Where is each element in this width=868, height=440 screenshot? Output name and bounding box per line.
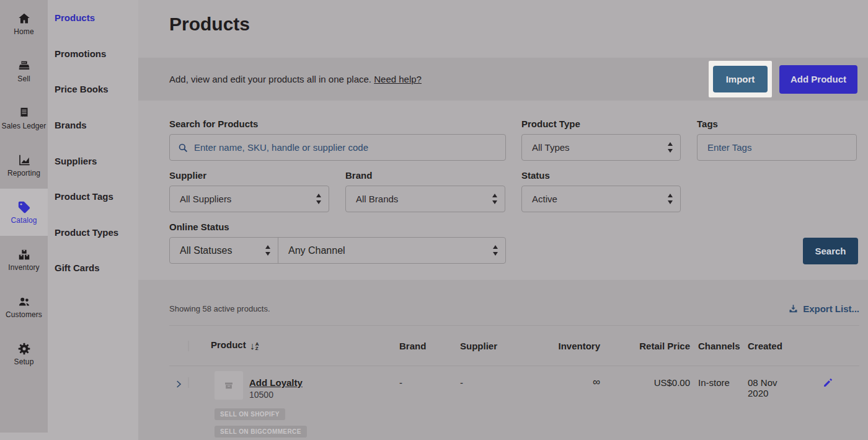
product-sku: 10500 [249, 390, 303, 400]
product-summary: Add Loyalty 10500 [211, 371, 399, 400]
tags-label: Tags [697, 119, 718, 129]
sidebar-item-gift-cards[interactable]: Gift Cards [48, 250, 138, 286]
infinity-value: ∞ [593, 376, 600, 388]
supplier-value: All Suppliers [180, 194, 231, 204]
import-button[interactable]: Import [713, 66, 768, 92]
table-row: Add Loyalty 10500 SELL ON SHOPIFY SELL O… [169, 366, 859, 438]
select-all-cell [188, 341, 211, 351]
product-cell: Add Loyalty 10500 SELL ON SHOPIFY SELL O… [211, 366, 399, 438]
brand-select[interactable]: All Brands [345, 186, 505, 212]
nav-item-home[interactable]: Home [0, 0, 48, 47]
page-header: Products [138, 0, 868, 58]
search-input[interactable] [194, 142, 498, 153]
status-select[interactable]: Active [521, 186, 681, 212]
brand-label: Brand [345, 170, 372, 181]
online-status-select[interactable]: All Statuses [170, 238, 278, 263]
channel-select[interactable]: Any Channel [278, 238, 505, 263]
channel-badge: SELL ON SHOPIFY [215, 408, 285, 420]
intro-banner: Add, view and edit your products all in … [138, 58, 868, 101]
product-search-field [169, 134, 506, 161]
page-title: Products [169, 14, 868, 35]
need-help-link[interactable]: Need help? [374, 74, 422, 84]
catalog-submenu: Products Promotions Price Books Brands S… [48, 0, 138, 440]
banner-description: Add, view and edit your products all in … [169, 74, 422, 84]
inventory-cell: ∞ [557, 366, 600, 438]
product-name-link[interactable]: Add Loyalty [249, 377, 303, 388]
sidebar-item-label: Gift Cards [55, 263, 100, 273]
catalog-tag-icon [17, 200, 31, 214]
nav-item-label: Home [14, 27, 33, 36]
created-cell: 08 Nov 2020 [748, 366, 797, 438]
nav-item-label: Inventory [8, 263, 39, 272]
column-header-product[interactable]: Product↓AZ [211, 339, 399, 352]
sidebar-item-label: Product Types [55, 227, 118, 238]
supplier-select[interactable]: All Suppliers [169, 186, 329, 212]
tags-input[interactable] [707, 142, 846, 153]
sidebar-item-promotions[interactable]: Promotions [48, 36, 138, 72]
retail-price-cell: US$0.00 [600, 366, 690, 438]
setup-gear-icon [17, 342, 31, 356]
sidebar-item-product-tags[interactable]: Product Tags [48, 179, 138, 215]
home-icon [17, 12, 31, 25]
nav-item-customers[interactable]: Customers [0, 283, 48, 330]
nav-item-catalog[interactable]: Catalog [0, 189, 48, 236]
column-header-brand: Brand [399, 341, 460, 351]
column-header-label: Product [211, 339, 246, 350]
row-checkbox[interactable] [188, 377, 189, 388]
product-thumbnail [215, 371, 243, 400]
reporting-icon [17, 153, 31, 167]
sidebar-item-label: Suppliers [55, 156, 97, 166]
table-header-row: Product↓AZ Brand Supplier Inventory Reta… [169, 326, 859, 366]
sidebar-item-label: Promotions [55, 48, 106, 59]
nav-item-sales-ledger[interactable]: Sales Ledger [0, 94, 48, 141]
sidebar-item-products[interactable]: Products [48, 0, 138, 36]
search-label: Search for Products [169, 119, 258, 129]
list-toolbar: Showing 58 active products. Export List.… [169, 303, 859, 314]
sidebar-item-label: Products [55, 12, 95, 23]
channel-value: Any Channel [288, 245, 345, 256]
brand-value: All Brands [356, 194, 398, 204]
nav-item-label: Catalog [11, 216, 37, 225]
online-status-value: All Statuses [180, 245, 232, 256]
customers-icon [17, 295, 31, 308]
chevron-right-icon [174, 379, 184, 389]
sidebar-item-product-types[interactable]: Product Types [48, 215, 138, 251]
spinner-arrows-icon [668, 142, 673, 153]
actions-cell [797, 366, 858, 438]
search-button[interactable]: Search [803, 238, 858, 264]
spinner-arrows-icon [668, 194, 673, 204]
product-type-select[interactable]: All Types [521, 134, 681, 161]
edit-pencil-icon[interactable] [823, 377, 833, 388]
spinner-arrows-icon [492, 194, 497, 204]
sidebar-item-suppliers[interactable]: Suppliers [48, 143, 138, 179]
nav-item-inventory[interactable]: Inventory [0, 236, 48, 283]
product-list-section: Showing 58 active products. Export List.… [138, 280, 868, 440]
sidebar-item-price-books[interactable]: Price Books [48, 71, 138, 107]
product-type-value: All Types [532, 142, 570, 153]
spinner-arrows-icon [265, 245, 270, 256]
banner-description-text: Add, view and edit your products all in … [169, 74, 371, 84]
select-all-checkbox[interactable] [188, 340, 189, 352]
export-list-link[interactable]: Export List... [788, 303, 859, 314]
column-header-inventory: Inventory [557, 341, 600, 351]
row-expander[interactable] [169, 366, 188, 438]
product-text: Add Loyalty 10500 [249, 371, 303, 400]
inventory-icon [17, 248, 31, 261]
nav-item-label: Reporting [7, 169, 40, 177]
add-product-button[interactable]: Add Product [779, 65, 857, 94]
badge-row: SELL ON BIGCOMMERCE [211, 425, 399, 438]
spinner-arrows-icon [493, 245, 498, 256]
status-value: Active [532, 194, 557, 204]
spinner-arrows-icon [316, 194, 321, 204]
nav-item-reporting[interactable]: Reporting [0, 141, 48, 189]
brand-cell: - [399, 366, 460, 438]
sales-ledger-icon [17, 106, 31, 120]
sidebar-item-label: Brands [55, 120, 87, 130]
column-header-channels: Channels [690, 341, 748, 351]
nav-item-sell[interactable]: Sell [0, 47, 48, 94]
nav-item-setup[interactable]: Setup [0, 330, 48, 377]
status-label: Status [521, 170, 550, 181]
sidebar-item-brands[interactable]: Brands [48, 107, 138, 143]
supplier-label: Supplier [169, 170, 206, 181]
box-icon [223, 380, 234, 391]
